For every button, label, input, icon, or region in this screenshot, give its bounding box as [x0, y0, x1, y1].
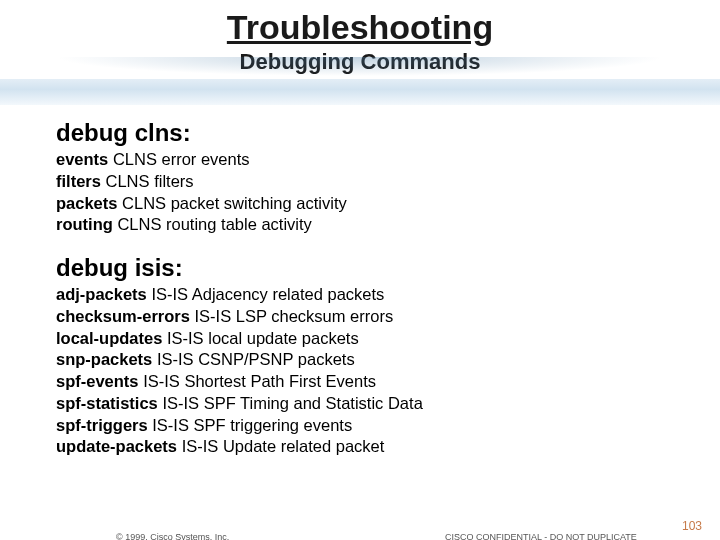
confidential-text: CISCO CONFIDENTIAL - DO NOT DUPLICATE: [445, 532, 637, 540]
section-items: adj-packets IS-IS Adjacency related pack…: [56, 284, 664, 458]
page-number: 103: [682, 519, 702, 533]
list-item: update-packets IS-IS Update related pack…: [56, 436, 664, 458]
section-title: debug isis:: [56, 254, 664, 282]
list-item: spf-events IS-IS Shortest Path First Eve…: [56, 371, 664, 393]
list-item: filters CLNS filters: [56, 171, 664, 193]
copyright-text: © 1999, Cisco Systems, Inc.: [116, 532, 229, 540]
list-item: local-updates IS-IS local update packets: [56, 328, 664, 350]
section-title: debug clns:: [56, 119, 664, 147]
list-item: events CLNS error events: [56, 149, 664, 171]
list-item: checksum-errors IS-IS LSP checksum error…: [56, 306, 664, 328]
section-items: events CLNS error events filters CLNS fi…: [56, 149, 664, 236]
list-item: spf-statistics IS-IS SPF Timing and Stat…: [56, 393, 664, 415]
list-item: spf-triggers IS-IS SPF triggering events: [56, 415, 664, 437]
list-item: snp-packets IS-IS CSNP/PSNP packets: [56, 349, 664, 371]
list-item: routing CLNS routing table activity: [56, 214, 664, 236]
header-gradient-bar: [0, 79, 720, 105]
list-item: adj-packets IS-IS Adjacency related pack…: [56, 284, 664, 306]
slide-content: debug clns: events CLNS error events fil…: [0, 105, 720, 458]
list-item: packets CLNS packet switching activity: [56, 193, 664, 215]
slide-title: Troubleshooting: [0, 8, 720, 47]
